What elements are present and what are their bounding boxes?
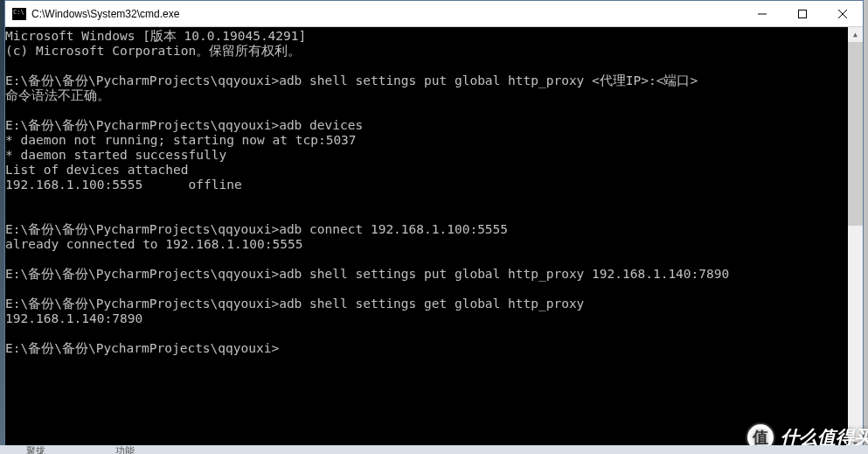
terminal-line <box>5 252 847 267</box>
terminal-line: E:\备份\备份\PycharmProjects\qqyouxi>adb she… <box>5 73 847 88</box>
close-button[interactable] <box>823 1 863 26</box>
terminal-line: E:\备份\备份\PycharmProjects\qqyouxi> <box>5 341 847 356</box>
terminal-line <box>5 207 847 222</box>
terminal-line: 192.168.1.140:7890 <box>5 311 847 326</box>
window-title: C:\Windows\System32\cmd.exe <box>31 8 742 20</box>
scroll-up-button[interactable]: ▲ <box>848 27 863 42</box>
taskbar-hints: 聚拢 功能 <box>26 444 135 454</box>
terminal-line: * daemon started successfully <box>5 148 847 163</box>
terminal-line: 192.168.1.100:5555 offline <box>5 178 847 192</box>
svg-rect-1 <box>799 10 807 17</box>
scroll-thumb[interactable] <box>848 42 863 226</box>
terminal-line: E:\备份\备份\PycharmProjects\qqyouxi>adb she… <box>5 267 847 282</box>
cmd-window: C:\Windows\System32\cmd.exe Microsoft Wi… <box>4 0 864 452</box>
terminal-line <box>5 192 847 207</box>
terminal-line: E:\备份\备份\PycharmProjects\qqyouxi>adb con… <box>5 222 847 237</box>
terminal-line <box>5 326 847 341</box>
maximize-button[interactable] <box>782 1 823 26</box>
terminal-line: E:\备份\备份\PycharmProjects\qqyouxi>adb she… <box>5 297 847 311</box>
terminal-line <box>5 282 847 297</box>
cmd-icon <box>12 8 26 20</box>
terminal-line: Microsoft Windows [版本 10.0.19045.4291] <box>5 29 847 44</box>
terminal-line <box>5 103 847 118</box>
terminal-line: already connected to 192.168.1.100:5555 <box>5 237 847 252</box>
window-controls <box>742 1 863 26</box>
titlebar[interactable]: C:\Windows\System32\cmd.exe <box>5 1 863 27</box>
terminal-line: * daemon not running; starting now at tc… <box>5 133 847 148</box>
minimize-button[interactable] <box>742 1 782 26</box>
scrollbar[interactable]: ▲ ▼ <box>848 27 863 451</box>
terminal-content: Microsoft Windows [版本 10.0.19045.4291](c… <box>5 29 863 356</box>
terminal-line: E:\备份\备份\PycharmProjects\qqyouxi>adb dev… <box>5 118 847 133</box>
terminal-line: (c) Microsoft Corporation。保留所有权利。 <box>5 44 847 59</box>
terminal-line: List of devices attached <box>5 163 847 178</box>
terminal-area[interactable]: Microsoft Windows [版本 10.0.19045.4291](c… <box>5 27 863 451</box>
terminal-line <box>5 59 847 73</box>
terminal-line: 命令语法不正确。 <box>5 88 847 103</box>
taskbar[interactable]: 聚拢 功能 <box>0 445 868 454</box>
